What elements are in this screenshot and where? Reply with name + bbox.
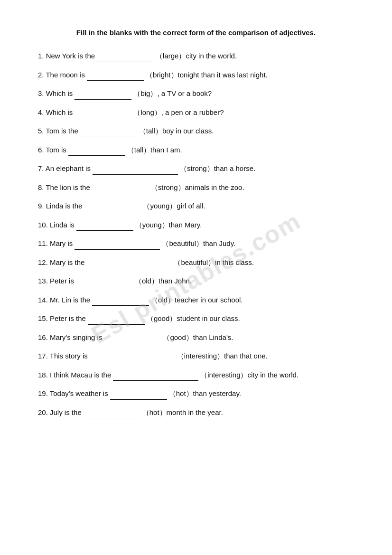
answer-blank[interactable] bbox=[75, 241, 160, 250]
text-before: Tom is the bbox=[46, 127, 78, 135]
hint: tall bbox=[134, 146, 143, 154]
hint: hot bbox=[176, 389, 186, 397]
text-before: Mary is bbox=[50, 239, 73, 247]
text-before: Mr. Lin is the bbox=[50, 296, 90, 304]
text-after: than that one. bbox=[224, 352, 268, 360]
exercise-item-3: 3. Which is（big）, a TV or a book? bbox=[38, 87, 354, 100]
hint: bright bbox=[153, 71, 171, 79]
exercise-item-2: 2. The moon is（bright）tonight than it wa… bbox=[38, 69, 354, 81]
hint: strong bbox=[158, 183, 178, 191]
item-number: 1. bbox=[38, 52, 44, 60]
hint: beautiful bbox=[169, 239, 196, 247]
answer-blank[interactable] bbox=[80, 129, 137, 137]
text-before: An elephant is bbox=[46, 164, 91, 172]
item-number: 9. bbox=[38, 202, 44, 210]
exercise-item-14: 14. Mr. Lin is the（old）teacher in our sc… bbox=[38, 294, 354, 306]
text-after: animals in the zoo. bbox=[185, 183, 244, 191]
answer-blank[interactable] bbox=[90, 354, 175, 362]
text-after: than a horse. bbox=[214, 164, 256, 172]
hint: good bbox=[154, 314, 169, 322]
text-after: , a TV or a book? bbox=[157, 89, 212, 97]
exercise-item-10: 10. Linda is（young）than Mary. bbox=[38, 219, 354, 231]
exercise-item-5: 5. Tom is the（tall）boy in our class. bbox=[38, 125, 354, 137]
text-before: This story is bbox=[50, 352, 88, 360]
text-after: than I am. bbox=[150, 146, 182, 154]
text-before: Peter is the bbox=[50, 314, 86, 322]
text-after: city in the world. bbox=[186, 52, 237, 60]
answer-blank[interactable] bbox=[104, 335, 161, 343]
item-number: 20. bbox=[38, 408, 48, 416]
answer-blank[interactable] bbox=[68, 147, 125, 156]
text-after: teacher in our school. bbox=[175, 296, 243, 304]
answer-blank[interactable] bbox=[76, 222, 133, 231]
text-before: Mary is the bbox=[50, 258, 84, 266]
item-number: 4. bbox=[38, 108, 44, 116]
hint: large bbox=[163, 52, 178, 60]
text-before: Tom is bbox=[46, 146, 66, 154]
text-after: than Judy. bbox=[203, 239, 235, 247]
answer-blank[interactable] bbox=[76, 279, 133, 287]
answer-blank[interactable] bbox=[75, 91, 131, 100]
answer-blank[interactable] bbox=[113, 372, 198, 381]
answer-blank[interactable] bbox=[97, 54, 154, 62]
item-number: 6. bbox=[38, 146, 44, 154]
hint: interesting bbox=[207, 371, 240, 379]
text-after: in this class. bbox=[215, 258, 254, 266]
exercise-item-6: 6. Tom is（tall）than I am. bbox=[38, 144, 354, 156]
answer-blank[interactable] bbox=[84, 204, 141, 212]
item-number: 2. bbox=[38, 71, 44, 79]
hint: tall bbox=[146, 127, 155, 135]
text-before: I think Macau is the bbox=[50, 371, 111, 379]
hint: beautiful bbox=[181, 258, 208, 266]
item-number: 12. bbox=[38, 258, 48, 266]
text-after: boy in our class. bbox=[162, 127, 214, 135]
text-after: city in the world. bbox=[247, 371, 299, 379]
answer-blank[interactable] bbox=[92, 185, 149, 193]
text-before: The lion is the bbox=[46, 183, 90, 191]
item-number: 15. bbox=[38, 314, 48, 322]
exercise-item-8: 8. The lion is the（strong）animals in the… bbox=[38, 181, 354, 194]
exercise-list: 1. New York is the（large）city in the wor… bbox=[38, 50, 354, 418]
hint: young bbox=[150, 202, 169, 210]
text-after: student in our class. bbox=[177, 314, 240, 322]
text-before: Which is bbox=[46, 89, 73, 97]
exercise-item-4: 4. Which is（long）, a pen or a rubber? bbox=[38, 106, 354, 119]
text-before: July is the bbox=[50, 408, 82, 416]
item-number: 17. bbox=[38, 352, 48, 360]
item-number: 5. bbox=[38, 127, 44, 135]
item-number: 10. bbox=[38, 221, 48, 229]
text-after: than Mary. bbox=[169, 221, 202, 229]
item-number: 7. bbox=[38, 164, 44, 172]
answer-blank[interactable] bbox=[84, 410, 140, 418]
hint: interesting bbox=[184, 352, 217, 360]
hint: strong bbox=[187, 164, 207, 172]
item-number: 3. bbox=[38, 89, 44, 97]
text-before: New York is the bbox=[46, 52, 95, 60]
exercise-item-15: 15. Peter is the（good）student in our cla… bbox=[38, 312, 354, 325]
answer-blank[interactable] bbox=[86, 260, 172, 268]
hint: young bbox=[142, 221, 162, 229]
item-number: 16. bbox=[38, 333, 48, 341]
text-after: , a pen or a rubber? bbox=[161, 108, 224, 116]
text-after: than yesterday. bbox=[193, 389, 241, 397]
answer-blank[interactable] bbox=[92, 297, 149, 306]
text-after: than Linda's. bbox=[193, 333, 233, 341]
item-number: 19. bbox=[38, 389, 48, 397]
exercise-item-20: 20. July is the（hot）month in the year. bbox=[38, 406, 354, 419]
answer-blank[interactable] bbox=[88, 316, 145, 325]
item-number: 14. bbox=[38, 296, 48, 304]
exercise-item-13: 13. Peter is（old）than John. bbox=[38, 275, 354, 287]
answer-blank[interactable] bbox=[93, 166, 178, 175]
item-number: 18. bbox=[38, 371, 48, 379]
answer-blank[interactable] bbox=[110, 391, 167, 400]
item-number: 8. bbox=[38, 183, 44, 191]
item-number: 13. bbox=[38, 277, 48, 285]
answer-blank[interactable] bbox=[75, 110, 131, 118]
text-before: Peter is bbox=[50, 277, 74, 285]
item-number: 11. bbox=[38, 239, 48, 247]
text-after: month in the year. bbox=[167, 408, 223, 416]
answer-blank[interactable] bbox=[87, 72, 144, 81]
hint: long bbox=[140, 108, 154, 116]
text-before: Which is bbox=[46, 108, 73, 116]
text-before: Today's weather is bbox=[50, 389, 108, 397]
